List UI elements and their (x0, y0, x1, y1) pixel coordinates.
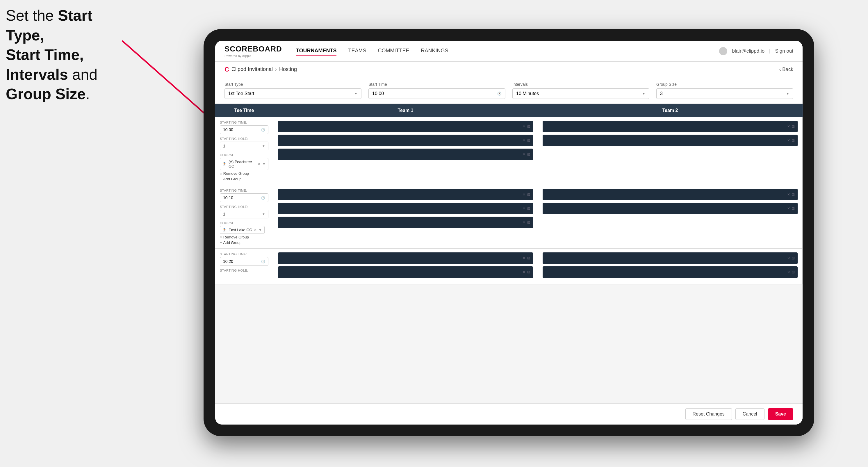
team1-slot-1c[interactable]: ✕ ⊡ (278, 149, 533, 160)
starting-time-input-2[interactable]: 10:10 🕐 (220, 193, 269, 202)
team1-slot-2b[interactable]: ✕ ⊡ (278, 203, 533, 214)
tablet-device: SCOREBOARD Powered by clipp'd TOURNAMENT… (204, 29, 814, 436)
nav-tournaments[interactable]: TOURNAMENTS (296, 46, 337, 56)
slot-x-icon-3[interactable]: ✕ (523, 152, 525, 156)
sign-out-link[interactable]: | (769, 48, 770, 54)
sign-out-button[interactable]: Sign out (775, 48, 793, 54)
team1-col-3: ✕ ⊡ ✕ ⊡ (273, 249, 538, 284)
user-email: blair@clippd.io (732, 48, 765, 54)
add-group-2[interactable]: + Add Group (220, 241, 269, 245)
start-time-caret: 🕐 (497, 92, 502, 96)
slot-expand-icon[interactable]: ⊡ (527, 124, 530, 128)
slot-expand-icon-13[interactable]: ⊡ (792, 256, 795, 260)
slot-x-icon-10[interactable]: ✕ (787, 207, 790, 211)
intervals-caret: ▼ (642, 92, 646, 96)
team1-slot-3a[interactable]: ✕ ⊡ (278, 252, 533, 264)
slot-x-icon-12[interactable]: ✕ (523, 270, 525, 274)
course-expand-2[interactable]: ▼ (258, 228, 262, 232)
slot-x-icon[interactable]: ✕ (523, 124, 525, 128)
course-tag-2[interactable]: 🏌 East Lake GC ✕ ▼ (220, 226, 265, 234)
slot-x-icon-4[interactable]: ✕ (787, 124, 790, 128)
team1-slot-1b[interactable]: ✕ ⊡ (278, 135, 533, 146)
slot-expand-icon-12[interactable]: ⊡ (527, 270, 530, 274)
slot-expand-icon-2[interactable]: ⊡ (527, 138, 530, 143)
course-remove-1[interactable]: ✕ (258, 162, 260, 166)
starting-hole-input-1[interactable]: 1 ▼ (220, 142, 269, 150)
team1-col-1: ✕ ⊡ ✕ ⊡ ✕ ⊡ (273, 117, 538, 185)
start-time-value: 10:00 (372, 91, 384, 96)
slot-expand-icon-7[interactable]: ⊡ (527, 207, 530, 211)
slot-expand-icon-9[interactable]: ⊡ (792, 192, 795, 196)
reset-changes-button[interactable]: Reset Changes (685, 408, 732, 420)
team1-slot-2c[interactable]: ✕ ⊡ (278, 217, 533, 228)
team1-slot-2a[interactable]: ✕ ⊡ (278, 189, 533, 200)
start-type-group: Start Type 1st Tee Start ▼ (224, 82, 362, 99)
slot-x-icon-6[interactable]: ✕ (523, 192, 525, 196)
team2-slot-1b[interactable]: ✕ ⊡ (542, 135, 798, 146)
slot-x-icon-11[interactable]: ✕ (523, 256, 525, 260)
cancel-button[interactable]: Cancel (735, 408, 765, 420)
nav-rankings[interactable]: RANKINGS (421, 46, 448, 56)
course-tag-1[interactable]: 🏌 (A) Peachtree GC ✕ ▼ (220, 158, 269, 170)
tee-group-2: STARTING TIME: 10:10 🕐 STARTING HOLE: 1 … (215, 185, 803, 249)
breadcrumb: C Clippd Invitational › Hosting (224, 66, 779, 73)
start-type-value: 1st Tee Start (228, 91, 254, 96)
slot-x-icon-9[interactable]: ✕ (787, 192, 790, 196)
slot-expand-icon-6[interactable]: ⊡ (527, 192, 530, 196)
main-content: Tee Time Team 1 Team 2 STARTING TIME: 10… (215, 104, 803, 403)
slot-expand-icon-5[interactable]: ⊡ (792, 138, 795, 143)
intervals-label: Intervals (513, 82, 649, 87)
starting-hole-input-2[interactable]: 1 ▼ (220, 210, 269, 218)
add-group-1[interactable]: + Add Group (220, 177, 269, 181)
starting-hole-label-3: STARTING HOLE: (220, 269, 269, 272)
slot-x-icon-5[interactable]: ✕ (787, 138, 790, 143)
starting-time-input-3[interactable]: 10:20 🕐 (220, 257, 269, 266)
slot-expand-icon-8[interactable]: ⊡ (527, 220, 530, 224)
intervals-select[interactable]: 10 Minutes ▼ (513, 88, 649, 99)
back-button[interactable]: ‹ Back (779, 67, 793, 72)
slot-expand-icon-4[interactable]: ⊡ (792, 124, 795, 128)
logo: SCOREBOARD Powered by clipp'd (224, 44, 282, 58)
settings-bar: Start Type 1st Tee Start ▼ Start Time 10… (215, 77, 803, 104)
team2-slot-3b[interactable]: ✕ ⊡ (542, 267, 798, 278)
nav-right: blair@clippd.io | Sign out (719, 47, 793, 55)
slot-x-icon-13[interactable]: ✕ (787, 256, 790, 260)
nav-committee[interactable]: COMMITTEE (378, 46, 409, 56)
team1-slot-3b[interactable]: ✕ ⊡ (278, 267, 533, 278)
course-remove-2[interactable]: ✕ (254, 228, 257, 232)
slot-x-icon-14[interactable]: ✕ (787, 270, 790, 274)
slot-x-icon-7[interactable]: ✕ (523, 207, 525, 211)
slot-expand-icon-11[interactable]: ⊡ (527, 256, 530, 260)
remove-group-1[interactable]: ○ Remove Group (220, 171, 269, 176)
logo-sub: Powered by clipp'd (224, 54, 282, 58)
course-expand-1[interactable]: ▼ (262, 162, 266, 166)
group-size-label: Group Size (656, 82, 793, 87)
team2-slot-1a[interactable]: ✕ ⊡ (542, 121, 798, 132)
slot-expand-icon-10[interactable]: ⊡ (792, 207, 795, 211)
course-label-1: COURSE: (220, 153, 269, 157)
team2-col-2: ✕ ⊡ ✕ ⊡ (538, 185, 803, 248)
team1-slot-1a[interactable]: ✕ ⊡ (278, 121, 533, 132)
logo-text: SCOREBOARD (224, 44, 282, 54)
start-type-select[interactable]: 1st Tee Start ▼ (224, 88, 362, 99)
team2-slot-2b[interactable]: ✕ ⊡ (542, 203, 798, 214)
team2-slot-2a[interactable]: ✕ ⊡ (542, 189, 798, 200)
starting-hole-label-1: STARTING HOLE: (220, 137, 269, 141)
slot-x-icon-2[interactable]: ✕ (523, 138, 525, 143)
tee-left-1: STARTING TIME: 10:00 🕐 STARTING HOLE: 1 … (215, 117, 273, 185)
save-button[interactable]: Save (768, 408, 793, 420)
team2-slot-3a[interactable]: ✕ ⊡ (542, 252, 798, 264)
starting-hole-label-2: STARTING HOLE: (220, 205, 269, 209)
tournament-name[interactable]: Clippd Invitational (231, 66, 273, 72)
start-time-select[interactable]: 10:00 🕐 (368, 88, 505, 99)
team1-col-2: ✕ ⊡ ✕ ⊡ ✕ ⊡ (273, 185, 538, 248)
nav-teams[interactable]: TEAMS (348, 46, 366, 56)
remove-group-2[interactable]: ○ Remove Group (220, 235, 269, 239)
slot-x-icon-8[interactable]: ✕ (523, 220, 525, 224)
start-time-group: Start Time 10:00 🕐 (368, 82, 505, 99)
starting-time-input-1[interactable]: 10:00 🕐 (220, 125, 269, 134)
slot-expand-icon-3[interactable]: ⊡ (527, 152, 530, 156)
tee-group-3: STARTING TIME: 10:20 🕐 STARTING HOLE: ✕ … (215, 249, 803, 284)
slot-expand-icon-14[interactable]: ⊡ (792, 270, 795, 274)
group-size-select[interactable]: 3 ▼ (656, 88, 793, 99)
